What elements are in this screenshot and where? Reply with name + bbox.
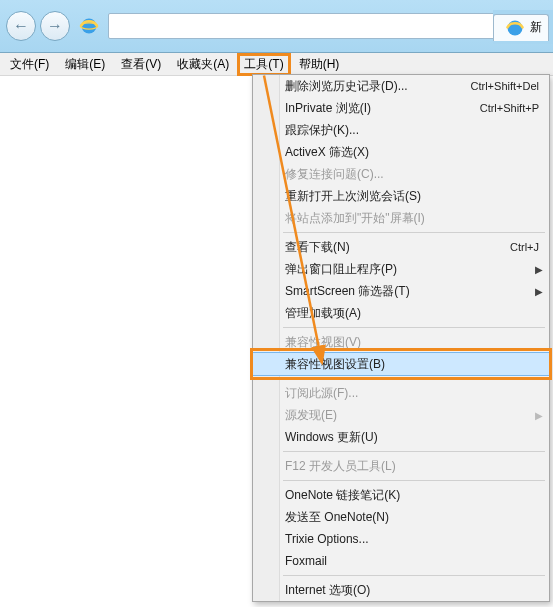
menu-compat-view: 兼容性视图(V)	[253, 331, 549, 353]
menu-feed-discovery: 源发现(E) ▶	[253, 404, 549, 426]
menu-subscribe-feed: 订阅此源(F)...	[253, 382, 549, 404]
back-button[interactable]: ←	[6, 11, 36, 41]
chevron-right-icon: ▶	[535, 286, 543, 297]
menu-separator	[283, 378, 545, 379]
back-arrow-icon: ←	[13, 17, 29, 35]
chevron-right-icon: ▶	[535, 264, 543, 275]
menu-item-label: 删除浏览历史记录(D)...	[285, 78, 408, 95]
menu-activex-filter[interactable]: ActiveX 筛选(X)	[253, 141, 549, 163]
chevron-right-icon: ▶	[535, 410, 543, 421]
menu-item-label: 修复连接问题(C)...	[285, 166, 384, 183]
menu-item-shortcut: Ctrl+Shift+P	[480, 102, 539, 114]
menu-item-shortcut: Ctrl+J	[510, 241, 539, 253]
ie-logo-icon	[78, 15, 100, 37]
browser-tab[interactable]: 新	[493, 14, 549, 41]
tools-dropdown: 删除浏览历史记录(D)... Ctrl+Shift+Del InPrivate …	[252, 74, 550, 602]
menu-windows-update[interactable]: Windows 更新(U)	[253, 426, 549, 448]
menu-smartscreen[interactable]: SmartScreen 筛选器(T) ▶	[253, 280, 549, 302]
menu-item-label: 重新打开上次浏览会话(S)	[285, 188, 421, 205]
menu-separator	[283, 575, 545, 576]
address-bar[interactable]	[108, 13, 547, 39]
menu-item-label: 将站点添加到"开始"屏幕(I)	[285, 210, 425, 227]
menu-item-label: Foxmail	[285, 554, 327, 568]
menu-item-label: 兼容性视图设置(B)	[285, 356, 385, 373]
menu-item-label: 跟踪保护(K)...	[285, 122, 359, 139]
menu-manage-addons[interactable]: 管理加载项(A)	[253, 302, 549, 324]
menu-internet-options[interactable]: Internet 选项(O)	[253, 579, 549, 601]
menu-item-label: 发送至 OneNote(N)	[285, 509, 389, 526]
menu-separator	[283, 232, 545, 233]
menu-item-label: 弹出窗口阻止程序(P)	[285, 261, 397, 278]
tab-strip: 新	[493, 10, 553, 44]
menu-foxmail[interactable]: Foxmail	[253, 550, 549, 572]
menu-favorites[interactable]: 收藏夹(A)	[169, 54, 237, 75]
titlebar: ← → 新	[0, 0, 553, 53]
menu-item-label: 查看下载(N)	[285, 239, 350, 256]
forward-button[interactable]: →	[40, 11, 70, 41]
menu-item-label: F12 开发人员工具(L)	[285, 458, 396, 475]
menu-add-to-start: 将站点添加到"开始"屏幕(I)	[253, 207, 549, 229]
menu-item-shortcut: Ctrl+Shift+Del	[471, 80, 539, 92]
menu-item-label: OneNote 链接笔记(K)	[285, 487, 400, 504]
forward-arrow-icon: →	[47, 17, 63, 35]
menu-item-label: Internet 选项(O)	[285, 582, 370, 599]
menu-edit[interactable]: 编辑(E)	[57, 54, 113, 75]
menu-item-label: Trixie Options...	[285, 532, 369, 546]
ie-logo-icon	[504, 17, 526, 39]
menu-delete-history[interactable]: 删除浏览历史记录(D)... Ctrl+Shift+Del	[253, 75, 549, 97]
menu-f12-devtools: F12 开发人员工具(L)	[253, 455, 549, 477]
menu-reopen-session[interactable]: 重新打开上次浏览会话(S)	[253, 185, 549, 207]
menu-inprivate[interactable]: InPrivate 浏览(I) Ctrl+Shift+P	[253, 97, 549, 119]
menu-separator	[283, 451, 545, 452]
menu-tools[interactable]: 工具(T)	[237, 53, 290, 76]
menu-fix-connection: 修复连接问题(C)...	[253, 163, 549, 185]
menu-tracking-protection[interactable]: 跟踪保护(K)...	[253, 119, 549, 141]
menu-view[interactable]: 查看(V)	[113, 54, 169, 75]
tab-label: 新	[530, 19, 542, 36]
menu-help[interactable]: 帮助(H)	[291, 54, 348, 75]
menu-item-label: 源发现(E)	[285, 407, 337, 424]
menu-item-label: 兼容性视图(V)	[285, 334, 361, 351]
menu-separator	[283, 327, 545, 328]
menu-file[interactable]: 文件(F)	[2, 54, 57, 75]
menu-onenote-link[interactable]: OneNote 链接笔记(K)	[253, 484, 549, 506]
menu-compat-settings[interactable]: 兼容性视图设置(B)	[252, 352, 550, 376]
menu-separator	[283, 480, 545, 481]
menu-view-downloads[interactable]: 查看下载(N) Ctrl+J	[253, 236, 549, 258]
menu-item-label: ActiveX 筛选(X)	[285, 144, 369, 161]
menu-item-label: InPrivate 浏览(I)	[285, 100, 371, 117]
menu-item-label: Windows 更新(U)	[285, 429, 378, 446]
menu-item-label: 管理加载项(A)	[285, 305, 361, 322]
menu-trixie-options[interactable]: Trixie Options...	[253, 528, 549, 550]
menu-item-label: 订阅此源(F)...	[285, 385, 358, 402]
menu-popup-blocker[interactable]: 弹出窗口阻止程序(P) ▶	[253, 258, 549, 280]
menu-send-onenote[interactable]: 发送至 OneNote(N)	[253, 506, 549, 528]
menu-item-label: SmartScreen 筛选器(T)	[285, 283, 410, 300]
menubar: 文件(F) 编辑(E) 查看(V) 收藏夹(A) 工具(T) 帮助(H)	[0, 53, 553, 76]
